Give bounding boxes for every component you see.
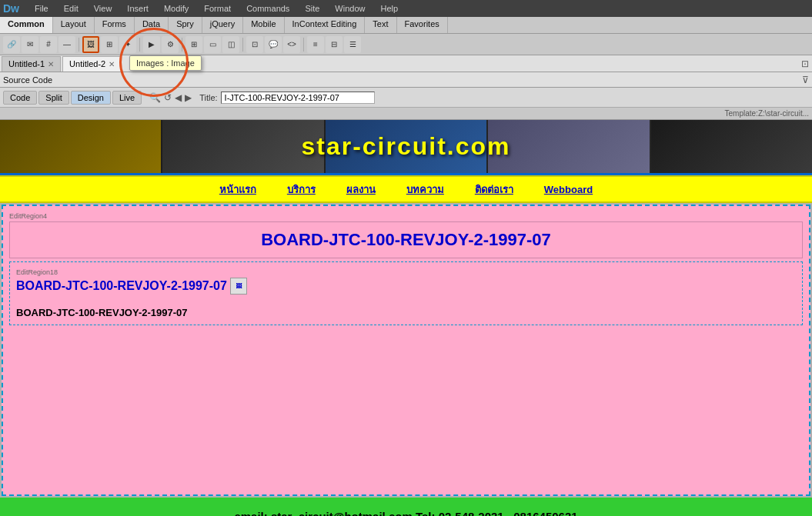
- tab-common[interactable]: Common: [0, 17, 53, 33]
- inspect-icon[interactable]: 🔍: [149, 92, 161, 103]
- template-icon[interactable]: ⊡: [246, 36, 263, 53]
- footer: email: star_circuit@hotmail.com Tel: 02-…: [0, 498, 812, 516]
- tag-icon[interactable]: <>: [283, 36, 300, 53]
- doc-tabs: Untitled-1 ✕ Untitled-2 ✕ ⊡: [0, 55, 812, 72]
- scrollable-content: star-circuit.com หน้าแรก บริการ ผลงาน บท…: [0, 120, 812, 516]
- tab-spry[interactable]: Spry: [169, 17, 202, 33]
- doc-tab-label: Untitled-1: [8, 59, 45, 68]
- edit-region18-label: EditRegion18: [16, 268, 796, 276]
- banner-img-2: [162, 120, 323, 173]
- fireworks-icon[interactable]: ✦: [119, 36, 136, 53]
- doc-tab-label-2: Untitled-2: [69, 59, 105, 68]
- table-icon[interactable]: ⊞: [185, 36, 202, 53]
- code-view-btn[interactable]: Code: [3, 91, 37, 105]
- tab-forms[interactable]: Forms: [95, 17, 135, 33]
- banner-img-4: [488, 120, 649, 173]
- edit-region4-label: EditRegion4: [9, 212, 803, 220]
- menu-insert[interactable]: Insert: [124, 2, 152, 15]
- split-view-btn[interactable]: Split: [38, 91, 69, 105]
- anchor-icon[interactable]: #: [40, 36, 57, 53]
- main-title: BOARD-JTC-100-REVJOY-2-1997-07: [9, 221, 803, 258]
- image-rollover-icon[interactable]: ⊞: [101, 36, 118, 53]
- tab-layout[interactable]: Layout: [53, 17, 95, 33]
- banner-img-5: [651, 120, 812, 173]
- tab-mobile[interactable]: Mobile: [243, 17, 284, 33]
- refresh-icon[interactable]: ↺: [164, 92, 172, 103]
- menu-help[interactable]: Help: [377, 2, 401, 15]
- source-code-label: Source Code: [3, 75, 52, 85]
- menu-commands[interactable]: Commands: [243, 2, 292, 15]
- design-view-btn[interactable]: Design: [71, 91, 111, 105]
- sep5: [303, 38, 304, 52]
- tab-data[interactable]: Data: [135, 17, 169, 33]
- doc-tab-untitled1[interactable]: Untitled-1 ✕: [2, 56, 61, 72]
- sep2: [139, 38, 140, 52]
- doc-tab-close-1[interactable]: ✕: [48, 60, 54, 68]
- app-logo: Dw: [3, 2, 19, 15]
- menu-site[interactable]: Site: [302, 2, 322, 15]
- menu-format[interactable]: Format: [201, 2, 234, 15]
- nav-contact[interactable]: ติดต่อเรา: [475, 181, 513, 198]
- template-text: Template:Z:\star-circuit...: [725, 109, 809, 118]
- widget-icon[interactable]: ⚙: [162, 36, 179, 53]
- nav-back-icon[interactable]: ◀: [175, 92, 182, 103]
- tab-jquery[interactable]: jQuery: [202, 17, 243, 33]
- nav-service[interactable]: บริการ: [287, 181, 316, 198]
- main-content-wrapper: star-circuit.com หน้าแรก บริการ ผลงาน บท…: [0, 120, 812, 516]
- doc-tab-close-2[interactable]: ✕: [109, 60, 115, 68]
- spry-tabbed-icon[interactable]: ⊟: [326, 36, 343, 53]
- nav-fwd-icon[interactable]: ▶: [185, 92, 192, 103]
- expand-icon[interactable]: ⊡: [801, 58, 809, 69]
- tab-favorites[interactable]: Favorites: [397, 17, 448, 33]
- source-code-bar: Source Code ⊽: [0, 72, 812, 88]
- media-icon[interactable]: ▶: [143, 36, 160, 53]
- doc-tab-untitled2[interactable]: Untitled-2 ✕: [62, 56, 122, 72]
- menu-modify[interactable]: Modify: [161, 2, 192, 15]
- template-bar: Template:Z:\star-circuit...: [0, 108, 812, 120]
- spry-accordion-icon[interactable]: ☰: [344, 36, 361, 53]
- filter-icon[interactable]: ⊽: [802, 75, 809, 85]
- tooltip-images: Images : Image: [129, 55, 202, 71]
- nav-bar: หน้าแรก บริการ ผลงาน บทความ ติดต่อเรา We…: [0, 175, 812, 203]
- sep3: [182, 38, 182, 52]
- menu-window[interactable]: Window: [332, 2, 368, 15]
- title-input[interactable]: [221, 92, 375, 104]
- banner-img-1: [0, 120, 161, 173]
- email-icon[interactable]: ✉: [22, 36, 38, 53]
- footer-email: email: star_circuit@hotmail.com Tel: 02-…: [12, 510, 800, 516]
- icon-toolbar: 🔗 ✉ # — 🖼 ⊞ ✦ ▶ ⚙ ⊞ ▭ ◫ ⊡ 💬 <> ≡ ⊟ ☰ Ima…: [0, 34, 812, 55]
- nav-articles[interactable]: บทความ: [406, 181, 444, 198]
- nav-home[interactable]: หน้าแรก: [219, 181, 256, 198]
- menu-file[interactable]: File: [32, 2, 52, 15]
- comment-icon[interactable]: 💬: [265, 36, 282, 53]
- sub-title-text: BOARD-JTC-100-REVJOY-2-1997-07: [16, 279, 227, 293]
- banner: star-circuit.com: [0, 120, 812, 175]
- tab-incontext[interactable]: InContext Editing: [285, 17, 366, 33]
- nav-webboard[interactable]: Webboard: [544, 184, 593, 195]
- image-icon[interactable]: 🖼: [82, 36, 99, 53]
- hyperlink-icon[interactable]: 🔗: [3, 36, 20, 53]
- menu-bar: Dw File Edit View Insert Modify Format C…: [0, 0, 812, 17]
- doc-tabs-right: ⊡: [801, 58, 812, 69]
- body-area: EditRegion4 BOARD-JTC-100-REVJOY-2-1997-…: [2, 205, 810, 496]
- title-label: Title:: [199, 93, 217, 102]
- iframe-icon[interactable]: ◫: [222, 36, 239, 53]
- spry-menu-icon[interactable]: ≡: [307, 36, 324, 53]
- edit-region18: EditRegion18 BOARD-JTC-100-REVJOY-2-1997…: [9, 261, 803, 325]
- banner-text: star-circuit.com: [301, 132, 510, 161]
- view-bar: Code Split Design Live 🔍 ↺ ◀ ▶ Title:: [0, 88, 812, 108]
- nav-portfolio[interactable]: ผลงาน: [346, 181, 376, 198]
- tab-text[interactable]: Text: [365, 17, 396, 33]
- body-text: BOARD-JTC-100-REVJOY-2-1997-07: [16, 307, 796, 318]
- menu-view[interactable]: View: [91, 2, 115, 15]
- insert-div-icon[interactable]: ▭: [204, 36, 221, 53]
- live-view-btn[interactable]: Live: [112, 91, 142, 105]
- menu-edit[interactable]: Edit: [61, 2, 82, 15]
- sub-title: BOARD-JTC-100-REVJOY-2-1997-07 🖼: [16, 278, 796, 295]
- hr-icon[interactable]: —: [58, 36, 75, 53]
- title-bar: Title:: [199, 92, 374, 104]
- image-icon-placeholder: 🖼: [230, 278, 247, 295]
- sep4: [242, 38, 243, 52]
- insert-tabs: Common Layout Forms Data Spry jQuery Mob…: [0, 17, 812, 34]
- sep1: [79, 38, 79, 52]
